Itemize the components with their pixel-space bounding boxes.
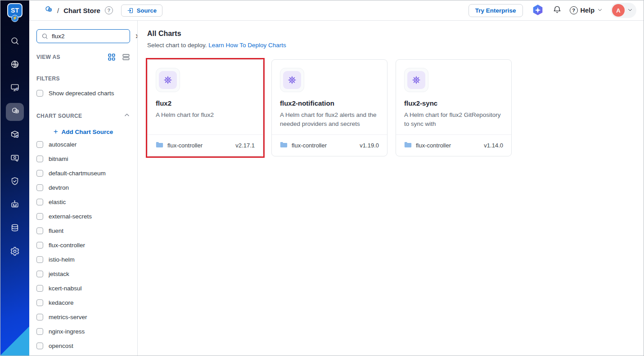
chart-description: A Helm chart for flux2 [156, 111, 255, 120]
avatar: A [612, 4, 625, 17]
breadcrumb-separator: / [57, 7, 59, 14]
all-charts-title: All Charts [147, 30, 644, 38]
filters-label: FILTERS [36, 76, 130, 82]
sidebar-nav [6, 33, 24, 261]
user-chevron-down-icon [627, 6, 633, 14]
checkbox[interactable] [36, 227, 43, 234]
chart-card-flux2[interactable]: flux2 A Helm chart for flux2 flux-contro… [147, 59, 263, 156]
help-icon: ? [570, 6, 578, 14]
page-help-icon[interactable]: ? [105, 6, 113, 14]
filter-panel: ✕ VIEW AS FILTERS [29, 21, 138, 356]
checkbox[interactable] [36, 299, 43, 306]
checkbox[interactable] [36, 141, 43, 148]
sidebar-item-global-config[interactable] [6, 243, 24, 261]
sidebar-item-resource-browser[interactable] [6, 80, 24, 98]
chart-source-row[interactable]: nginx-ingress [36, 324, 130, 338]
chart-source-row[interactable]: bitnami [36, 151, 130, 166]
security-icon [10, 176, 20, 188]
chart-source-row[interactable]: external-secrets [36, 209, 130, 223]
helm-chart-gear-icon [407, 71, 425, 89]
sidebar-item-global-view[interactable] [6, 56, 24, 74]
list-view-icon[interactable] [122, 53, 130, 61]
plus-icon: + [54, 127, 58, 136]
chart-source-row[interactable]: autoscaler [36, 137, 130, 151]
top-bar: / Chart Store ? Source Try Enterprise [29, 0, 644, 21]
sidebar-item-cost-visibility[interactable] [6, 150, 24, 168]
checkbox[interactable] [36, 213, 43, 220]
sidebar-item-stack-manager[interactable] [6, 220, 24, 238]
source-arrow-icon [127, 7, 134, 14]
sidebar-item-security[interactable] [6, 173, 24, 191]
checkbox[interactable] [36, 285, 43, 292]
chart-source-row[interactable]: metrics-server [36, 310, 130, 324]
folder-icon [404, 142, 412, 150]
chart-source-row[interactable]: devtron [36, 180, 130, 195]
chart-name: flux2-sync [404, 99, 503, 107]
checkbox[interactable] [36, 156, 43, 162]
app-window: ST ⚡ [0, 0, 644, 356]
cost-visibility-icon [10, 153, 20, 165]
chart-icon-frame [156, 68, 180, 92]
chart-icon-frame [280, 68, 304, 92]
global-config-icon [10, 246, 20, 258]
chart-source-row[interactable]: kedacore [36, 295, 130, 310]
source-button[interactable]: Source [121, 4, 162, 17]
sidebar-item-packages[interactable] [6, 126, 24, 144]
checkbox[interactable] [36, 314, 43, 320]
chart-source-row[interactable]: fluent [36, 223, 130, 238]
chart-version: v1.14.0 [484, 142, 503, 149]
checkbox[interactable] [36, 199, 43, 205]
user-menu[interactable]: A [611, 3, 636, 18]
checkbox[interactable] [36, 170, 43, 177]
checkbox[interactable] [36, 271, 43, 277]
chart-card-footer: flux-controller v1.14.0 [396, 134, 511, 156]
chart-source-row[interactable]: flux-controller [36, 238, 130, 252]
page-title: Chart Store [63, 7, 100, 14]
folder-icon [156, 142, 163, 150]
ai-assistant-icon[interactable] [531, 4, 545, 17]
sidebar: ST ⚡ [0, 0, 29, 356]
sidebar-item-chart-store[interactable] [6, 103, 24, 121]
checkbox[interactable] [36, 242, 43, 249]
checkbox[interactable] [36, 328, 43, 335]
chart-source-list: autoscaler bitnami default-chartmuseum d… [36, 137, 130, 353]
sidebar-item-automation-bot[interactable] [6, 196, 24, 214]
checkbox[interactable] [36, 343, 43, 349]
folder-icon [280, 142, 288, 150]
chart-source-row[interactable]: jetstack [36, 267, 130, 281]
checkbox[interactable] [36, 256, 43, 263]
main-content: All Charts Select chart to deploy. Learn… [138, 21, 644, 356]
chart-card-flux2-notification[interactable]: flux2-notification A Helm chart for flux… [271, 59, 387, 156]
try-enterprise-button[interactable]: Try Enterprise [468, 4, 523, 17]
chart-source-row[interactable]: elastic [36, 195, 130, 209]
help-menu[interactable]: ? Help [570, 6, 603, 14]
chart-source-row[interactable]: opencost [36, 338, 130, 353]
packages-icon [10, 129, 20, 141]
notifications-bell-icon[interactable] [553, 5, 562, 16]
add-chart-source-button[interactable]: + Add Chart Source [36, 127, 130, 136]
app-logo[interactable]: ST ⚡ [6, 3, 23, 23]
chart-card-footer: flux-controller v2.17.1 [148, 134, 263, 156]
learn-deploy-link[interactable]: Learn How To Deploy Charts [208, 42, 286, 49]
chart-source-section-header[interactable]: CHART SOURCE [36, 112, 130, 120]
global-view-icon [10, 59, 20, 71]
chart-description: A Helm chart for flux2 alerts and the ne… [280, 111, 379, 128]
chart-source-row[interactable]: istio-helm [36, 252, 130, 267]
chart-store-breadcrumb-icon [44, 5, 53, 16]
checkbox[interactable] [36, 184, 43, 191]
grid-view-icon[interactable] [108, 53, 116, 61]
search-input[interactable] [52, 33, 131, 40]
chart-source-row[interactable]: kcert-nabsul [36, 281, 130, 295]
show-deprecated-checkbox-row[interactable]: Show deprecated charts [36, 90, 130, 97]
helm-chart-gear-icon [159, 71, 177, 89]
automation-bot-icon [10, 200, 20, 211]
chart-name: flux2-notification [280, 99, 379, 107]
chart-source-row[interactable]: default-chartmuseum [36, 166, 130, 180]
chart-card-flux2-sync[interactable]: flux2-sync A Helm chart for flux2 GitRep… [396, 59, 512, 156]
checkbox[interactable] [36, 90, 43, 97]
chart-source-name: flux-controller [416, 142, 451, 149]
chart-description: A Helm chart for flux2 GitRepository to … [404, 111, 503, 128]
view-as-label: VIEW AS [36, 54, 60, 60]
sidebar-item-search[interactable] [6, 33, 24, 51]
chart-source-name: flux-controller [292, 142, 327, 149]
